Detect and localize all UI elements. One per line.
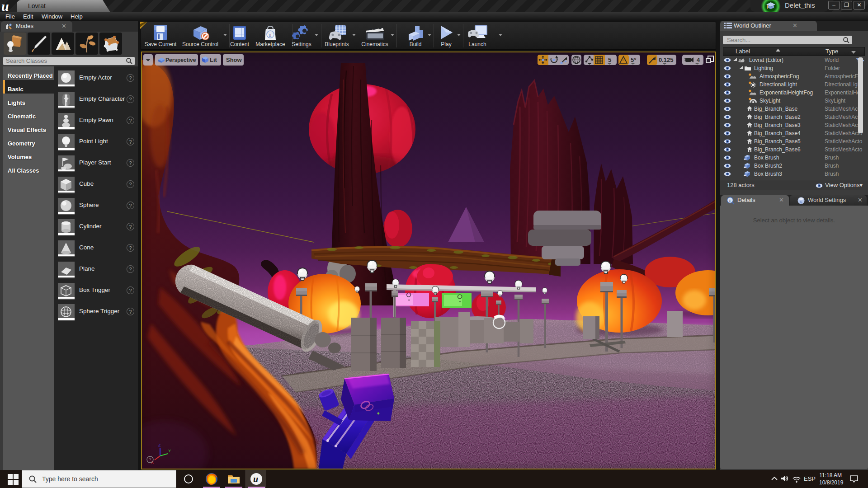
svg-text:Perspective: Perspective (165, 57, 196, 63)
svg-text:Y: Y (168, 449, 171, 453)
svg-text:Z: Z (158, 443, 161, 447)
svg-text:5: 5 (608, 56, 611, 63)
svg-text:Lit: Lit (210, 56, 217, 63)
svg-text:?: ? (149, 457, 151, 462)
svg-text:+: + (744, 157, 746, 161)
svg-text:5°: 5° (631, 56, 636, 63)
svg-text:4: 4 (697, 56, 700, 63)
svg-text:u: u (253, 474, 258, 484)
svg-text:u: u (1, 0, 9, 12)
svg-text:Show: Show (226, 56, 242, 63)
svg-text:+: + (744, 174, 746, 177)
svg-text:+: + (744, 165, 746, 169)
svg-text:0.125: 0.125 (659, 56, 674, 63)
svg-text:u: u (269, 31, 272, 38)
svg-text:i: i (729, 198, 731, 203)
